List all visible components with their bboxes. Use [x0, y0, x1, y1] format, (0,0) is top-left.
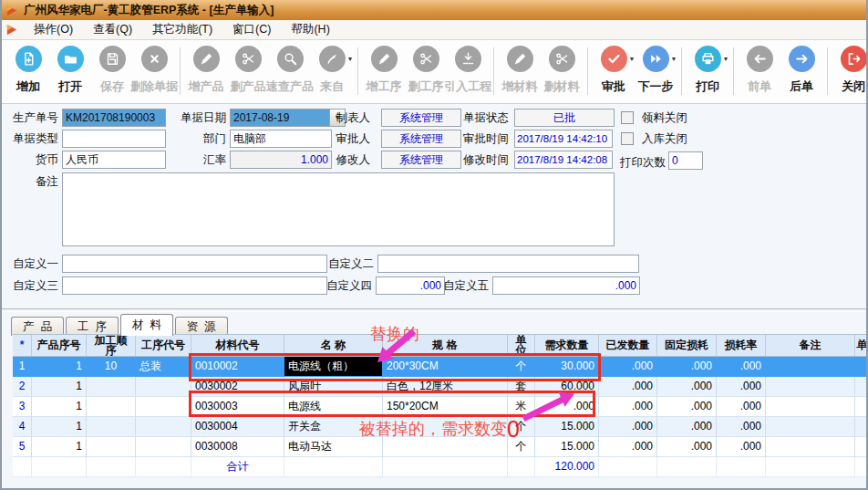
- table-cell[interactable]: 米: [508, 397, 535, 417]
- order-date-input[interactable]: 2017-08-19 ▼: [230, 109, 346, 127]
- column-header-0[interactable]: *: [13, 335, 32, 357]
- table-cell[interactable]: 总装: [136, 357, 191, 377]
- table-cell[interactable]: [136, 377, 191, 397]
- chevron-down-icon[interactable]: ▼: [723, 56, 729, 62]
- menu-item-0[interactable]: 操作(O): [24, 20, 83, 39]
- menu-item-3[interactable]: 窗口(C): [222, 20, 281, 39]
- exchange-rate-input[interactable]: 1.000: [230, 151, 332, 169]
- column-header-6[interactable]: 规 格: [383, 335, 508, 357]
- table-cell[interactable]: 15.000: [535, 417, 599, 437]
- column-header-1[interactable]: 产品序号: [32, 335, 87, 357]
- print-count-field[interactable]: 0: [668, 151, 703, 170]
- table-cell[interactable]: 1: [13, 357, 32, 377]
- table-cell[interactable]: 4: [13, 417, 32, 437]
- toolbar-button-14[interactable]: ▼下一步: [637, 46, 674, 95]
- chevron-down-icon[interactable]: ▼: [347, 56, 354, 62]
- table-cell[interactable]: [855, 437, 868, 457]
- table-cell[interactable]: 3: [13, 397, 32, 417]
- column-header-10[interactable]: 固定损耗: [657, 335, 717, 357]
- table-cell[interactable]: 个: [508, 357, 535, 377]
- table-cell[interactable]: .000: [599, 377, 657, 397]
- table-cell[interactable]: 0030008: [191, 437, 284, 457]
- table-cell[interactable]: [855, 397, 868, 417]
- table-cell[interactable]: .000: [717, 437, 766, 457]
- chevron-down-icon[interactable]: ▼: [671, 56, 677, 62]
- table-cell[interactable]: 1: [32, 357, 87, 377]
- creator-field[interactable]: 系统管理: [381, 109, 461, 127]
- table-cell[interactable]: [87, 397, 136, 417]
- table-cell[interactable]: 套: [508, 377, 535, 397]
- tab-0[interactable]: 产 品: [11, 317, 64, 336]
- table-cell[interactable]: 个: [508, 437, 535, 457]
- custom2-input[interactable]: [377, 255, 639, 273]
- table-cell[interactable]: .000: [657, 397, 717, 417]
- table-cell[interactable]: [87, 437, 136, 457]
- table-cell[interactable]: [136, 417, 191, 437]
- table-cell[interactable]: .000: [717, 397, 766, 417]
- table-cell[interactable]: 0030004: [191, 417, 284, 437]
- custom1-input[interactable]: [62, 255, 327, 273]
- column-header-2[interactable]: 加工顺 序: [87, 335, 136, 357]
- column-header-11[interactable]: 损耗率: [717, 335, 766, 357]
- table-row-2[interactable]: 210030002风扇叶白色，12厘米套60.000.000.000.000: [13, 377, 868, 397]
- table-cell[interactable]: [766, 357, 855, 377]
- toolbar-button-13[interactable]: ▼审批: [595, 46, 632, 95]
- table-cell[interactable]: 1: [32, 397, 87, 417]
- table-cell[interactable]: 电源线: [284, 397, 383, 417]
- table-cell[interactable]: [136, 437, 191, 457]
- column-header-5[interactable]: 名 称: [284, 335, 383, 357]
- column-header-9[interactable]: 已发数量: [599, 335, 657, 357]
- table-cell[interactable]: .000: [717, 377, 766, 397]
- tab-3[interactable]: 资 源: [175, 317, 228, 336]
- table-cell[interactable]: 白色，12厘米: [383, 377, 508, 397]
- table-cell[interactable]: .000: [599, 417, 657, 437]
- approver-field[interactable]: 系统管理: [381, 130, 461, 148]
- table-cell[interactable]: 0030003: [191, 397, 284, 417]
- toolbar-button-0[interactable]: 增加: [10, 46, 46, 95]
- table-cell[interactable]: [766, 377, 855, 397]
- custom5-input[interactable]: .000: [492, 276, 640, 295]
- table-row-3[interactable]: 310030003电源线150*20CM米.000.000.000.000: [13, 397, 868, 417]
- table-cell[interactable]: [766, 417, 855, 437]
- table-cell[interactable]: 1: [32, 437, 87, 457]
- table-cell[interactable]: .000: [717, 417, 766, 437]
- column-header-4[interactable]: 材料代号: [191, 335, 284, 357]
- table-cell[interactable]: 风扇叶: [284, 377, 383, 397]
- table-cell[interactable]: 个: [508, 417, 535, 437]
- table-cell[interactable]: .000: [599, 357, 657, 377]
- custom3-input[interactable]: [62, 276, 327, 295]
- table-cell[interactable]: 0010002: [191, 357, 284, 377]
- table-cell[interactable]: 1: [32, 377, 87, 397]
- remark-textarea[interactable]: [62, 172, 615, 246]
- menu-item-2[interactable]: 其它功能(T): [142, 20, 222, 39]
- column-header-7[interactable]: 单 位: [508, 335, 535, 357]
- table-cell[interactable]: .000: [657, 417, 717, 437]
- table-cell[interactable]: [383, 437, 508, 457]
- table-cell[interactable]: [766, 397, 855, 417]
- menu-item-4[interactable]: 帮助(H): [281, 20, 339, 39]
- table-cell[interactable]: [87, 377, 136, 397]
- toolbar-button-18[interactable]: 关闭: [835, 46, 868, 95]
- table-cell[interactable]: 电动马达: [284, 437, 383, 457]
- table-cell[interactable]: [383, 417, 508, 437]
- table-cell[interactable]: .000: [717, 357, 766, 377]
- modifier-field[interactable]: 系统管理: [381, 151, 461, 169]
- column-header-13[interactable]: 单: [855, 335, 868, 357]
- table-cell[interactable]: 150*20CM: [383, 397, 508, 417]
- table-cell[interactable]: 10: [87, 357, 136, 377]
- tab-1[interactable]: 工 序: [66, 317, 119, 336]
- table-cell[interactable]: .000: [535, 397, 599, 417]
- production-no-input[interactable]: KM201708190003: [62, 109, 166, 127]
- menu-item-1[interactable]: 查看(Q): [83, 20, 142, 39]
- stock-close-checkbox[interactable]: [621, 132, 634, 145]
- table-cell[interactable]: [855, 417, 868, 437]
- table-cell[interactable]: .000: [657, 377, 717, 397]
- table-cell[interactable]: 0030002: [191, 377, 284, 397]
- table-row-1[interactable]: 1110总装0010002电源线（粗）200*30CM个30.000.000.0…: [13, 357, 868, 377]
- tab-2[interactable]: 材 料: [120, 314, 173, 336]
- column-header-8[interactable]: 需求数量: [535, 335, 599, 357]
- table-cell[interactable]: .000: [657, 357, 717, 377]
- table-cell[interactable]: .000: [599, 397, 657, 417]
- doc-type-input[interactable]: [62, 130, 166, 148]
- chevron-down-icon[interactable]: ▼: [629, 56, 636, 62]
